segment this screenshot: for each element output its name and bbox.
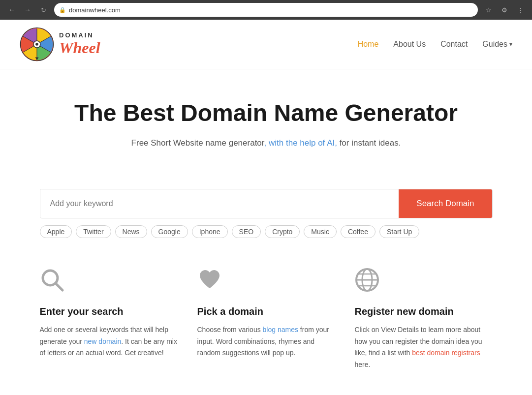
keyword-tag[interactable]: News	[115, 225, 147, 238]
page: DOMAIN Wheel Home About Us Contact Guide…	[0, 20, 532, 395]
keyword-tag[interactable]: Iphone	[192, 225, 228, 238]
site-header: DOMAIN Wheel Home About Us Contact Guide…	[0, 20, 532, 69]
nav-guides[interactable]: Guides ▾	[482, 40, 512, 49]
nav-home[interactable]: Home	[358, 40, 379, 49]
new-domain-link[interactable]: new domain	[84, 337, 122, 345]
logo-wheel-text: Wheel	[59, 39, 100, 57]
keyword-tag[interactable]: Music	[304, 225, 337, 238]
best-registrars-link[interactable]: best domain registrars	[412, 349, 480, 357]
heart-icon	[197, 268, 335, 296]
logo-text: DOMAIN Wheel	[59, 32, 100, 56]
keyword-tag[interactable]: Google	[151, 225, 188, 238]
feature-pick-title: Pick a domain	[197, 306, 335, 317]
refresh-button[interactable]: ↻	[36, 3, 50, 17]
feature-register-title: Register new domain	[355, 306, 493, 317]
hero-title: The Best Domain Name Generator	[20, 99, 512, 127]
keyword-tag[interactable]: Apple	[40, 225, 72, 238]
feature-search: Enter your search Add one or several key…	[40, 268, 178, 371]
feature-register: Register new domain Click on View Detail…	[355, 268, 493, 371]
feature-pick-desc: Choose from various blog names from your…	[197, 324, 335, 359]
browser-chrome: ← → ↻ 🔒 domainwheel.com ☆ ⚙ ⋮	[0, 0, 532, 20]
nav-contact[interactable]: Contact	[440, 40, 468, 49]
keyword-tag[interactable]: Start Up	[379, 225, 419, 238]
svg-line-11	[56, 283, 63, 290]
nav-about[interactable]: About Us	[393, 40, 426, 49]
search-input[interactable]	[40, 189, 399, 218]
feature-pick: Pick a domain Choose from various blog n…	[197, 268, 335, 371]
search-icon	[40, 268, 178, 296]
search-bar: Search Domain	[40, 189, 493, 218]
keyword-tag[interactable]: Crypto	[265, 225, 300, 238]
lock-icon: 🔒	[59, 7, 66, 13]
site-nav: Home About Us Contact Guides ▾	[358, 40, 512, 49]
browser-actions: ☆ ⚙ ⋮	[482, 3, 527, 17]
keyword-tag[interactable]: Twitter	[76, 225, 111, 238]
chevron-down-icon: ▾	[509, 41, 512, 48]
hero-section: The Best Domain Name Generator Free Shor…	[0, 69, 532, 169]
keyword-tag[interactable]: SEO	[232, 225, 261, 238]
search-area: Search Domain AppleTwitterNewsGoogleIpho…	[20, 189, 512, 238]
blog-names-link[interactable]: blog names	[263, 326, 298, 334]
hero-subtitle: Free Short Website name generator, with …	[20, 136, 512, 150]
logo-wheel-icon	[20, 27, 54, 61]
feature-search-title: Enter your search	[40, 306, 178, 317]
menu-button[interactable]: ⋮	[513, 3, 527, 17]
feature-register-desc: Click on View Details to learn more abou…	[355, 324, 493, 371]
forward-button[interactable]: →	[21, 3, 34, 17]
extensions-button[interactable]: ⚙	[498, 3, 511, 17]
globe-icon	[355, 268, 493, 296]
address-bar[interactable]: 🔒 domainwheel.com	[54, 3, 478, 17]
keyword-tag[interactable]: Coffee	[341, 225, 376, 238]
feature-search-desc: Add one or several keywords that will he…	[40, 324, 178, 359]
subtitle-link: , with the help of AI,	[264, 138, 337, 148]
search-domain-button[interactable]: Search Domain	[399, 189, 492, 218]
subtitle-suffix: for instant ideas.	[337, 138, 401, 148]
keyword-tags: AppleTwitterNewsGoogleIphoneSEOCryptoMus…	[40, 225, 493, 238]
logo-area: DOMAIN Wheel	[20, 27, 100, 61]
logo-domain-text: DOMAIN	[59, 32, 100, 39]
subtitle-prefix: Free Short Website name generator	[131, 138, 264, 148]
back-button[interactable]: ←	[5, 3, 19, 17]
nav-guides-link[interactable]: Guides	[482, 40, 507, 49]
browser-nav-buttons: ← → ↻	[5, 3, 50, 17]
features-section: Enter your search Add one or several key…	[20, 268, 512, 395]
bookmark-button[interactable]: ☆	[482, 3, 496, 17]
svg-point-8	[35, 43, 38, 46]
address-text: domainwheel.com	[69, 6, 473, 14]
